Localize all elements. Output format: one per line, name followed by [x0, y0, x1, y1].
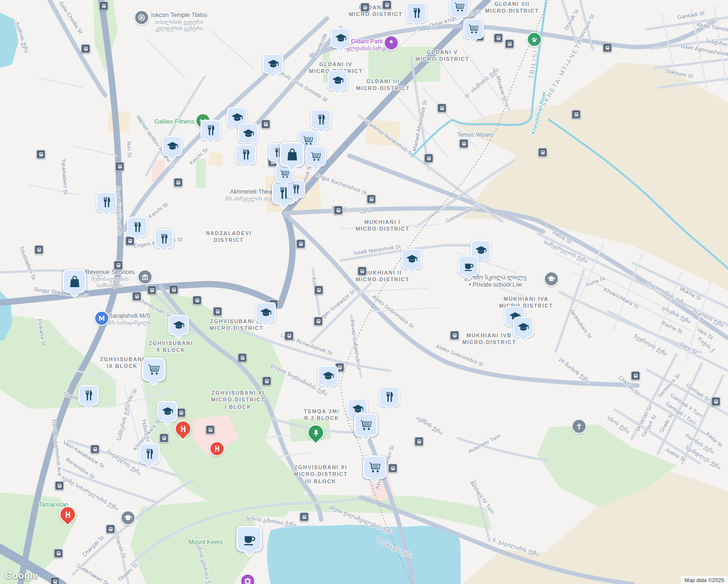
bus-stop-icon[interactable] — [91, 445, 100, 454]
cross-icon — [575, 422, 583, 431]
bus-stop-icon[interactable] — [35, 245, 44, 255]
restaurant-marker[interactable] — [379, 386, 400, 407]
bus-stop-icon[interactable] — [81, 44, 91, 54]
school-marker[interactable] — [162, 136, 182, 156]
school-marker[interactable] — [263, 54, 283, 74]
map-viewport[interactable]: GLDANI VI MICRO-DISTRICTGLDANI VII MICRO… — [0, 0, 728, 584]
cafe-marker[interactable] — [458, 256, 479, 276]
government-marker[interactable] — [138, 270, 153, 285]
hospital-marker[interactable] — [210, 441, 225, 456]
bus-stop-icon[interactable] — [261, 120, 271, 129]
bus-stop-icon[interactable] — [206, 425, 215, 435]
bus-stop-icon[interactable] — [213, 307, 222, 316]
bus-stop-icon[interactable] — [415, 437, 424, 446]
bus-stop-icon[interactable] — [494, 34, 503, 43]
restaurant-marker[interactable] — [200, 120, 221, 140]
bus-stop-icon[interactable] — [711, 397, 721, 406]
school-marker[interactable] — [238, 123, 258, 144]
bus-stop-icon[interactable] — [424, 154, 434, 163]
hospital-h-icon — [179, 424, 188, 434]
school-marker[interactable] — [328, 70, 348, 91]
restaurant-marker[interactable] — [127, 217, 147, 237]
school-marker[interactable] — [401, 249, 422, 269]
bus-stop-icon[interactable] — [437, 104, 447, 113]
photo-spot-marker[interactable] — [240, 574, 255, 584]
bus-stop-icon[interactable] — [300, 512, 309, 522]
park-poi-marker[interactable] — [384, 36, 399, 51]
school-marker[interactable] — [330, 28, 351, 48]
pet-marker[interactable] — [527, 32, 542, 47]
bus-stop-icon[interactable] — [505, 39, 514, 49]
bus-stop-icon[interactable] — [285, 331, 294, 341]
bus-stop-icon[interactable] — [572, 110, 581, 119]
bus-stop-icon[interactable] — [238, 353, 247, 363]
bus-stop-icon[interactable] — [361, 3, 370, 12]
park-marker[interactable] — [308, 424, 324, 441]
supermarket-marker[interactable] — [463, 18, 484, 39]
bus-stop-icon[interactable] — [106, 525, 115, 534]
temple-marker[interactable] — [134, 10, 149, 25]
restaurant-marker[interactable] — [406, 2, 427, 23]
school-marker[interactable] — [513, 317, 533, 337]
school-poi-marker[interactable] — [544, 272, 559, 287]
bus-stop-icon[interactable] — [169, 285, 179, 294]
bus-stop-icon[interactable] — [160, 434, 169, 443]
supermarket-marker[interactable] — [449, 0, 470, 17]
supermarket-marker[interactable] — [354, 413, 378, 437]
bus-stop-icon[interactable] — [631, 371, 640, 381]
graduation-cap-icon — [547, 275, 556, 283]
graduation-cap-icon — [332, 74, 344, 87]
bus-stop-icon[interactable] — [51, 577, 60, 584]
metro-station-marker[interactable] — [94, 311, 109, 326]
bus-stop-icon[interactable] — [193, 296, 202, 305]
bus-stop-icon[interactable] — [147, 286, 157, 295]
school-marker[interactable] — [318, 365, 338, 386]
supermarket-marker[interactable] — [142, 358, 165, 381]
bus-stop-icon[interactable] — [459, 139, 469, 148]
supermarket-marker[interactable] — [306, 146, 326, 166]
bus-stop-icon[interactable] — [334, 206, 343, 215]
school-marker[interactable] — [168, 315, 189, 335]
restaurant-marker[interactable] — [236, 144, 256, 164]
graduation-cap-icon — [267, 58, 279, 70]
bus-stop-icon[interactable] — [296, 239, 306, 249]
bus-stop-icon[interactable] — [382, 0, 392, 10]
bus-stop-icon[interactable] — [36, 150, 46, 159]
supermarket-marker[interactable] — [363, 456, 386, 479]
bus-stop-icon[interactable] — [450, 331, 459, 340]
bus-stop-icon[interactable] — [115, 162, 125, 171]
restaurant-marker[interactable] — [139, 443, 160, 464]
bus-stop-icon[interactable] — [367, 195, 376, 204]
bus-stop-icon[interactable] — [55, 481, 64, 491]
store-marker[interactable] — [63, 270, 86, 293]
hospital-marker[interactable] — [59, 506, 76, 523]
store-marker[interactable] — [280, 142, 304, 166]
bus-stop-icon[interactable] — [99, 1, 109, 11]
bus-stop-icon[interactable] — [388, 464, 398, 473]
school-poi-marker[interactable] — [121, 511, 136, 526]
cafe-marker[interactable] — [237, 526, 262, 552]
restaurant-marker[interactable] — [154, 229, 174, 248]
church-marker[interactable] — [572, 419, 587, 434]
map-markers-layer — [0, 0, 728, 584]
restaurant-marker[interactable] — [311, 109, 331, 129]
bus-stop-icon[interactable] — [358, 267, 367, 276]
bus-stop-icon[interactable] — [132, 292, 142, 301]
bus-stop-icon[interactable] — [174, 178, 183, 187]
fork-knife-icon — [411, 7, 423, 19]
bus-stop-icon[interactable] — [177, 408, 186, 418]
bus-stop-icon[interactable] — [114, 261, 123, 270]
restaurant-marker[interactable] — [78, 385, 99, 405]
school-marker[interactable] — [255, 302, 276, 323]
bus-stop-icon[interactable] — [54, 549, 63, 558]
bus-stop-icon[interactable] — [262, 377, 272, 386]
bus-stop-icon[interactable] — [538, 148, 547, 157]
restaurant-marker[interactable] — [96, 192, 117, 212]
bus-stop-icon[interactable] — [603, 43, 612, 53]
graduation-cap-icon — [335, 32, 347, 44]
bus-stop-icon[interactable] — [314, 286, 324, 295]
bus-stop-icon[interactable] — [314, 317, 323, 326]
google-logo[interactable]: Google — [5, 570, 38, 581]
school-marker[interactable] — [157, 401, 178, 421]
hospital-marker[interactable] — [175, 420, 191, 437]
